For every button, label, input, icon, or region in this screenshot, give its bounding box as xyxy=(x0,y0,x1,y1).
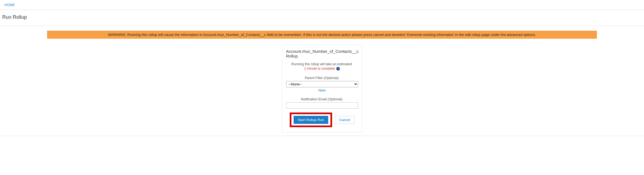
footer-divider xyxy=(0,136,644,136)
nav-bar: HOME xyxy=(0,0,644,10)
parent-filter-select[interactable]: --None-- xyxy=(286,81,358,87)
info-icon[interactable]: i xyxy=(336,67,340,70)
estimate-label: Running this rollup will take an estimat… xyxy=(286,62,358,66)
notification-email-input[interactable] xyxy=(286,102,358,109)
notification-email-label: Notification Email (Optional): xyxy=(286,97,358,101)
nav-home-link[interactable]: HOME xyxy=(4,3,15,7)
card-title: Account.rhuc_Number_of_Contacts__c Rollu… xyxy=(286,49,358,58)
estimate-time: 1 minute to complete i xyxy=(286,67,358,70)
warning-banner: WARNING: Running this rollup will cause … xyxy=(47,31,597,39)
estimate-time-text: 1 minute to complete xyxy=(304,67,335,70)
cancel-button[interactable]: Cancel xyxy=(335,116,354,124)
new-filter-link[interactable]: New xyxy=(286,88,358,92)
rollup-card: Account.rhuc_Number_of_Contacts__c Rollu… xyxy=(282,45,362,132)
parent-filter-label: Parent Filter (Optional): xyxy=(286,76,358,80)
start-rollup-run-button[interactable]: Start Rollup Run xyxy=(294,116,328,124)
start-button-highlight: Start Rollup Run xyxy=(290,113,332,127)
page-title: Run Rollup xyxy=(0,10,644,26)
